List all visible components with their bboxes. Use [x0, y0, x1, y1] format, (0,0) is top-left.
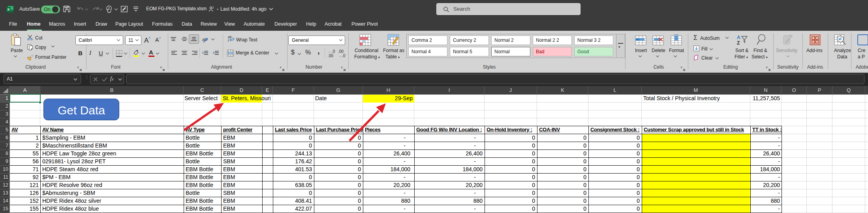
svg-text:Z: Z: [737, 40, 740, 46]
svg-text:A: A: [737, 35, 740, 40]
svg-text:X: X: [7, 7, 10, 11]
